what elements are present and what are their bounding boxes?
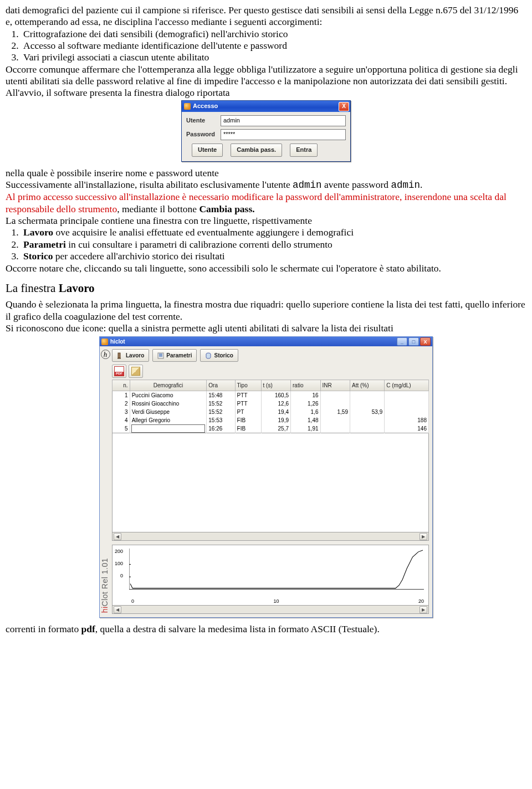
p5: Occorre notare che, cliccando su tali li…: [6, 263, 441, 274]
scroll-right-icon[interactable]: ▶: [420, 533, 427, 540]
java-cup-icon: [101, 339, 108, 345]
edit-icon: [131, 367, 140, 376]
hiclot-window: hiclot _ □ X h hiClot Rel 1.01 Lavoro: [99, 336, 433, 618]
password-label: Password: [186, 131, 221, 138]
ytick-100: 100: [115, 561, 123, 573]
sec-bold: Lavoro: [59, 281, 95, 295]
xtick-0: 0: [131, 598, 134, 604]
pdf-icon: [114, 366, 124, 376]
save-txt-button[interactable]: [129, 365, 143, 378]
col-ratio[interactable]: ratio: [291, 380, 320, 391]
xtick-20: 20: [418, 598, 424, 604]
scroll-right-icon[interactable]: ▶: [420, 606, 427, 613]
plot-line-icon: [129, 549, 424, 597]
scroll-left-icon[interactable]: ◀: [114, 606, 121, 613]
col-n[interactable]: n.: [112, 380, 130, 391]
sec-pre: La finestra: [6, 281, 59, 295]
tab-parametri[interactable]: Parametri: [152, 349, 197, 362]
accesso-dialog: Accesso X Utente admin Password ***** Ut…: [181, 100, 351, 162]
p8-pdf: pdf: [81, 623, 95, 634]
close-icon[interactable]: X: [339, 102, 349, 111]
demografici-input[interactable]: [131, 424, 206, 433]
list1-item1: Crittografazione dei dati sensibili (dem…: [23, 28, 288, 39]
table-row[interactable]: 2 Rossini Gioacchino 15:52 PTT 12,6 1,26: [112, 399, 429, 408]
p2b-mid: avente password: [322, 179, 391, 190]
list1-item2: Accesso al software mediante identificaz…: [23, 40, 287, 51]
li-storico-t: per accedere all'archivio storico dei ri…: [53, 250, 224, 262]
app-titlebar[interactable]: hiclot _ □ X: [100, 337, 432, 346]
tab-lavoro[interactable]: Lavoro: [112, 349, 149, 362]
li-parametri-b: Parametri: [23, 239, 66, 250]
tab-storico[interactable]: Storico: [200, 349, 238, 362]
li-parametri-t: in cui consultare i parametri di calibra…: [66, 239, 332, 250]
accesso-title-text: Accesso: [193, 103, 218, 110]
col-c[interactable]: C (mg/dL): [385, 380, 429, 391]
p8-post: , quella a destra di salvare la medesima…: [95, 623, 380, 634]
minimize-icon[interactable]: _: [397, 337, 407, 346]
ytick-200: 200: [115, 549, 123, 561]
coagulation-plot: 200 100 0 0 10 20: [112, 545, 429, 606]
li-lavoro-t: ove acquisire le analisi effettuate ed e…: [53, 227, 354, 238]
intro-text-b: Occorre comunque affermare che l'ottempe…: [6, 64, 518, 86]
p2a: nella quale è possibile inserire nome e …: [6, 167, 219, 178]
col-demografici[interactable]: Demografici: [130, 380, 207, 391]
tab-parametri-label: Parametri: [166, 352, 192, 359]
table-scrollbar[interactable]: ◀ ▶: [112, 532, 429, 541]
col-inr[interactable]: INR: [320, 380, 350, 391]
password-input[interactable]: *****: [221, 129, 346, 140]
version-label: hiClot Rel 1.01: [100, 558, 110, 613]
utente-input[interactable]: admin: [221, 115, 346, 126]
app-logo-icon: h: [101, 350, 110, 359]
p8-pre: correnti in formato: [6, 623, 81, 634]
list1-item3: Vari privilegi associati a ciascun utent…: [23, 52, 209, 63]
accorgimenti-list: Crittografazione dei dati sensibili (dem…: [21, 28, 526, 64]
intro-text-a: dati demografici del paziente cui il cam…: [6, 4, 518, 27]
utente-button[interactable]: Utente: [192, 144, 223, 157]
col-att[interactable]: Att (%): [350, 380, 385, 391]
xtick-10: 10: [273, 598, 279, 604]
p3-tail1: , mediante il bottone: [117, 203, 199, 214]
col-ora[interactable]: Ora: [207, 380, 235, 391]
instrument-icon: [117, 352, 124, 359]
p2b-post: .: [420, 179, 422, 190]
li-storico-b: Storico: [23, 250, 53, 262]
tab-storico-label: Storico: [214, 352, 233, 359]
app-title-text: hiclot: [110, 339, 125, 345]
cambia-pass-bold: Cambia pass.: [199, 203, 254, 214]
storico-icon: [205, 352, 212, 359]
p7: Si riconoscono due icone: quella a sinis…: [6, 322, 393, 334]
table-row[interactable]: 3 Verdi Giuseppe 15:52 PT 19,4 1,6 1,59 …: [112, 408, 429, 416]
intro-text-c: All'avvio, il software presenta la fines…: [6, 87, 230, 98]
scroll-left-icon[interactable]: ◀: [114, 533, 121, 540]
results-table[interactable]: n. Demografici Ora Tipo t (s) ratio INR …: [112, 380, 429, 433]
accesso-titlebar[interactable]: Accesso X: [182, 101, 350, 112]
save-pdf-button[interactable]: [112, 365, 126, 378]
code-admin-1: admin: [293, 180, 322, 191]
close-icon[interactable]: X: [420, 337, 431, 346]
warning-red-text: Al primo accesso successivo all'installa…: [6, 191, 507, 214]
col-tipo[interactable]: Tipo: [235, 380, 261, 391]
params-icon: [157, 352, 164, 359]
plot-scrollbar[interactable]: ◀ ▶: [112, 606, 429, 614]
col-t[interactable]: t (s): [261, 380, 290, 391]
table-row[interactable]: 1 Puccini Giacomo 15:48 PTT 160,5 16: [112, 391, 429, 400]
svg-rect-0: [118, 353, 120, 358]
entra-button[interactable]: Entra: [290, 144, 318, 157]
tab-lavoro-label: Lavoro: [126, 352, 144, 359]
linguette-list: Lavoro ove acquisire le analisi effettua…: [21, 227, 526, 262]
utente-label: Utente: [186, 117, 221, 124]
table-row-editing[interactable]: 5 16:26 FIB 25,7 1,91 146: [112, 424, 429, 433]
table-empty-area: [112, 433, 429, 532]
p6: Quando è selezionata la prima linguetta,…: [6, 299, 525, 321]
svg-rect-1: [117, 358, 121, 359]
maximize-icon[interactable]: □: [408, 337, 419, 346]
li-lavoro-b: Lavoro: [23, 227, 53, 238]
table-row[interactable]: 4 Allegri Gregorio 15:53 FIB 19,9 1,48 1…: [112, 416, 429, 424]
java-cup-icon: [184, 103, 191, 110]
code-admin-2: admin: [391, 180, 420, 191]
section-header-lavoro: La finestra Lavoro: [6, 281, 526, 296]
p4: La schermata principale contiene una fin…: [6, 215, 312, 226]
p2b-pre: Successivamente all'installazione, risul…: [6, 179, 293, 190]
ytick-0: 0: [115, 573, 123, 585]
cambia-pass-button[interactable]: Cambia pass.: [231, 144, 282, 157]
